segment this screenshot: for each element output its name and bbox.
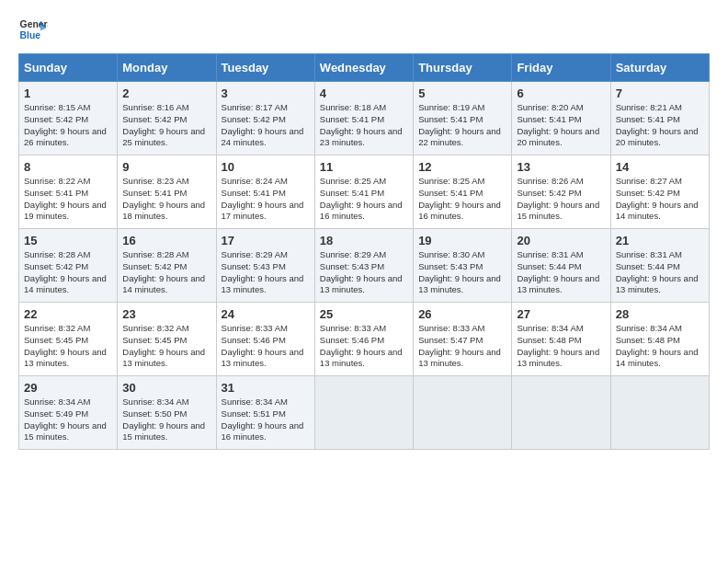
day-info: Sunrise: 8:22 AM Sunset: 5:41 PM Dayligh… [24, 176, 112, 223]
svg-text:Blue: Blue [20, 30, 41, 40]
day-number: 25 [320, 307, 408, 321]
logo: General Blue [18, 15, 51, 44]
day-cell: 27 Sunrise: 8:34 AM Sunset: 5:48 PM Dayl… [512, 303, 610, 376]
day-info: Sunrise: 8:34 AM Sunset: 5:49 PM Dayligh… [24, 396, 112, 443]
day-number: 22 [24, 307, 112, 321]
day-info: Sunrise: 8:33 AM Sunset: 5:47 PM Dayligh… [418, 323, 506, 370]
day-number: 3 [222, 86, 310, 100]
day-info: Sunrise: 8:32 AM Sunset: 5:45 PM Dayligh… [24, 323, 112, 370]
day-cell: 26 Sunrise: 8:33 AM Sunset: 5:47 PM Dayl… [414, 303, 512, 376]
col-header-tuesday: Tuesday [216, 54, 314, 82]
day-info: Sunrise: 8:33 AM Sunset: 5:46 PM Dayligh… [320, 323, 408, 370]
day-info: Sunrise: 8:18 AM Sunset: 5:41 PM Dayligh… [320, 102, 408, 149]
week-row-3: 15 Sunrise: 8:28 AM Sunset: 5:42 PM Dayl… [19, 229, 710, 303]
day-cell [512, 376, 610, 450]
day-cell: 16 Sunrise: 8:28 AM Sunset: 5:42 PM Dayl… [118, 229, 216, 303]
col-header-saturday: Saturday [610, 54, 709, 82]
day-number: 5 [418, 86, 506, 100]
week-row-2: 8 Sunrise: 8:22 AM Sunset: 5:41 PM Dayli… [19, 155, 710, 229]
day-cell: 17 Sunrise: 8:29 AM Sunset: 5:43 PM Dayl… [216, 229, 314, 303]
day-info: Sunrise: 8:33 AM Sunset: 5:46 PM Dayligh… [222, 323, 310, 370]
header: General Blue [18, 15, 710, 44]
day-cell: 21 Sunrise: 8:31 AM Sunset: 5:44 PM Dayl… [610, 229, 709, 303]
day-info: Sunrise: 8:28 AM Sunset: 5:42 PM Dayligh… [122, 249, 210, 296]
day-info: Sunrise: 8:16 AM Sunset: 5:42 PM Dayligh… [122, 102, 210, 149]
day-info: Sunrise: 8:29 AM Sunset: 5:43 PM Dayligh… [222, 249, 310, 296]
col-header-wednesday: Wednesday [314, 54, 413, 82]
day-cell: 8 Sunrise: 8:22 AM Sunset: 5:41 PM Dayli… [19, 155, 118, 229]
calendar: SundayMondayTuesdayWednesdayThursdayFrid… [18, 53, 710, 450]
day-cell: 11 Sunrise: 8:25 AM Sunset: 5:41 PM Dayl… [314, 155, 413, 229]
day-cell: 20 Sunrise: 8:31 AM Sunset: 5:44 PM Dayl… [512, 229, 610, 303]
day-cell: 6 Sunrise: 8:20 AM Sunset: 5:41 PM Dayli… [512, 82, 610, 155]
day-info: Sunrise: 8:30 AM Sunset: 5:43 PM Dayligh… [418, 249, 506, 296]
day-number: 8 [24, 160, 112, 174]
day-number: 19 [418, 234, 506, 247]
day-cell: 28 Sunrise: 8:34 AM Sunset: 5:48 PM Dayl… [610, 303, 709, 376]
day-number: 6 [517, 86, 605, 100]
col-header-friday: Friday [512, 54, 610, 82]
day-cell: 25 Sunrise: 8:33 AM Sunset: 5:46 PM Dayl… [314, 303, 413, 376]
day-number: 16 [122, 234, 210, 247]
day-number: 21 [616, 234, 704, 247]
day-info: Sunrise: 8:34 AM Sunset: 5:50 PM Dayligh… [122, 396, 210, 443]
day-info: Sunrise: 8:19 AM Sunset: 5:41 PM Dayligh… [418, 102, 506, 149]
day-cell: 18 Sunrise: 8:29 AM Sunset: 5:43 PM Dayl… [314, 229, 413, 303]
week-row-5: 29 Sunrise: 8:34 AM Sunset: 5:49 PM Dayl… [19, 376, 710, 450]
day-cell: 23 Sunrise: 8:32 AM Sunset: 5:45 PM Dayl… [118, 303, 216, 376]
day-number: 7 [616, 86, 704, 100]
day-info: Sunrise: 8:15 AM Sunset: 5:42 PM Dayligh… [24, 102, 112, 149]
day-number: 30 [122, 381, 210, 395]
day-number: 23 [122, 307, 210, 321]
day-info: Sunrise: 8:29 AM Sunset: 5:43 PM Dayligh… [320, 249, 408, 296]
week-row-4: 22 Sunrise: 8:32 AM Sunset: 5:45 PM Dayl… [19, 303, 710, 376]
day-cell: 4 Sunrise: 8:18 AM Sunset: 5:41 PM Dayli… [314, 82, 413, 155]
day-number: 17 [222, 234, 310, 247]
day-number: 27 [517, 307, 605, 321]
day-cell: 15 Sunrise: 8:28 AM Sunset: 5:42 PM Dayl… [19, 229, 118, 303]
day-number: 18 [320, 234, 408, 247]
day-number: 10 [222, 160, 310, 174]
day-cell: 1 Sunrise: 8:15 AM Sunset: 5:42 PM Dayli… [19, 82, 118, 155]
col-header-thursday: Thursday [414, 54, 512, 82]
day-number: 1 [24, 86, 112, 100]
day-cell: 3 Sunrise: 8:17 AM Sunset: 5:42 PM Dayli… [216, 82, 314, 155]
week-row-1: 1 Sunrise: 8:15 AM Sunset: 5:42 PM Dayli… [19, 82, 710, 155]
col-header-sunday: Sunday [19, 54, 118, 82]
day-cell: 19 Sunrise: 8:30 AM Sunset: 5:43 PM Dayl… [414, 229, 512, 303]
day-cell: 7 Sunrise: 8:21 AM Sunset: 5:41 PM Dayli… [610, 82, 709, 155]
day-info: Sunrise: 8:17 AM Sunset: 5:42 PM Dayligh… [222, 102, 310, 149]
day-cell: 10 Sunrise: 8:24 AM Sunset: 5:41 PM Dayl… [216, 155, 314, 229]
day-info: Sunrise: 8:23 AM Sunset: 5:41 PM Dayligh… [122, 176, 210, 223]
day-number: 13 [517, 160, 605, 174]
day-cell: 2 Sunrise: 8:16 AM Sunset: 5:42 PM Dayli… [118, 82, 216, 155]
col-header-monday: Monday [118, 54, 216, 82]
day-cell: 29 Sunrise: 8:34 AM Sunset: 5:49 PM Dayl… [19, 376, 118, 450]
day-info: Sunrise: 8:27 AM Sunset: 5:42 PM Dayligh… [616, 176, 704, 223]
day-cell: 14 Sunrise: 8:27 AM Sunset: 5:42 PM Dayl… [610, 155, 709, 229]
day-number: 14 [616, 160, 704, 174]
day-number: 9 [122, 160, 210, 174]
day-number: 29 [24, 381, 112, 395]
calendar-header-row: SundayMondayTuesdayWednesdayThursdayFrid… [19, 54, 710, 82]
day-cell [314, 376, 413, 450]
day-cell: 9 Sunrise: 8:23 AM Sunset: 5:41 PM Dayli… [118, 155, 216, 229]
day-info: Sunrise: 8:25 AM Sunset: 5:41 PM Dayligh… [320, 176, 408, 223]
day-cell: 5 Sunrise: 8:19 AM Sunset: 5:41 PM Dayli… [414, 82, 512, 155]
day-cell [610, 376, 709, 450]
day-info: Sunrise: 8:31 AM Sunset: 5:44 PM Dayligh… [616, 249, 704, 296]
day-cell: 30 Sunrise: 8:34 AM Sunset: 5:50 PM Dayl… [118, 376, 216, 450]
day-number: 2 [122, 86, 210, 100]
day-cell: 31 Sunrise: 8:34 AM Sunset: 5:51 PM Dayl… [216, 376, 314, 450]
day-info: Sunrise: 8:34 AM Sunset: 5:51 PM Dayligh… [222, 396, 310, 443]
day-cell: 12 Sunrise: 8:25 AM Sunset: 5:41 PM Dayl… [414, 155, 512, 229]
day-number: 4 [320, 86, 408, 100]
day-info: Sunrise: 8:25 AM Sunset: 5:41 PM Dayligh… [418, 176, 506, 223]
day-number: 12 [418, 160, 506, 174]
logo-icon: General Blue [18, 15, 48, 44]
day-cell: 22 Sunrise: 8:32 AM Sunset: 5:45 PM Dayl… [19, 303, 118, 376]
day-number: 31 [222, 381, 310, 395]
day-info: Sunrise: 8:32 AM Sunset: 5:45 PM Dayligh… [122, 323, 210, 370]
day-cell: 24 Sunrise: 8:33 AM Sunset: 5:46 PM Dayl… [216, 303, 314, 376]
day-number: 28 [616, 307, 704, 321]
